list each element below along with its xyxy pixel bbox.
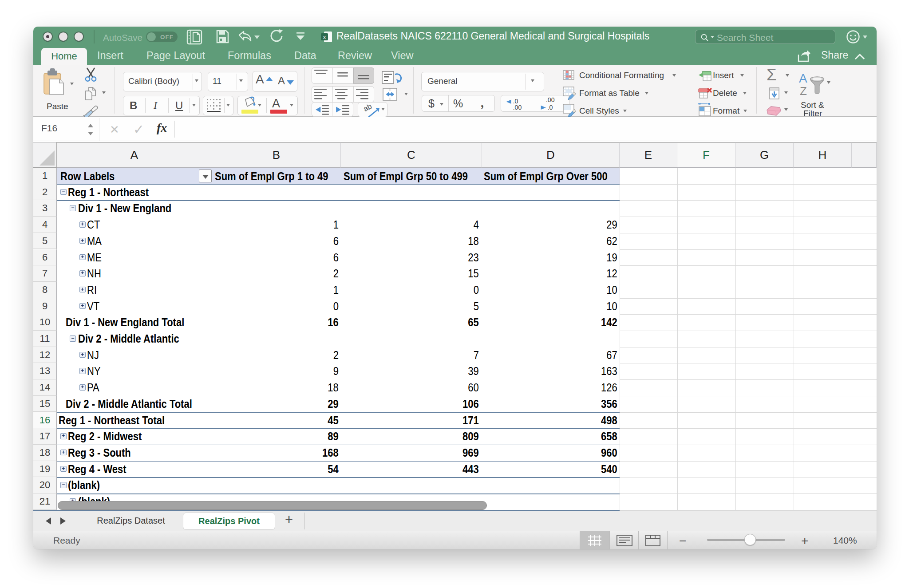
- svg-text:.00: .00: [513, 104, 522, 111]
- svg-text:.0: .0: [548, 104, 553, 111]
- svg-text:.00: .00: [546, 96, 555, 103]
- svg-text:x: x: [323, 34, 326, 40]
